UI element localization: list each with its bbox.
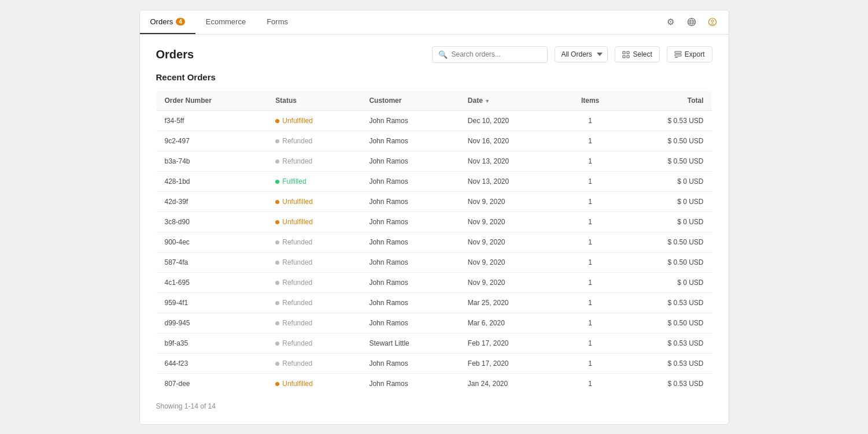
cell-customer: John Ramos: [361, 171, 459, 191]
svg-rect-9: [675, 57, 678, 58]
table-row[interactable]: 900-4ec Refunded John Ramos Nov 9, 2020 …: [156, 232, 712, 252]
table-row[interactable]: b9f-a35 Refunded Stewart Little Feb 17, …: [156, 333, 712, 353]
cell-order-number: 428-1bd: [156, 171, 267, 191]
cell-status: Unfulfilled: [267, 191, 361, 212]
cell-date: Jan 24, 2020: [460, 373, 560, 394]
tab-orders[interactable]: Orders 4: [140, 10, 195, 34]
cell-items: 1: [560, 191, 620, 212]
cell-total: $ 0.50 USD: [620, 131, 712, 151]
tab-ecommerce[interactable]: Ecommerce: [195, 10, 256, 34]
table-row[interactable]: 587-4fa Refunded John Ramos Nov 9, 2020 …: [156, 252, 712, 272]
cell-order-number: 9c2-497: [156, 131, 267, 151]
export-button-label: Export: [685, 50, 705, 58]
tab-icon-area: ⚙: [662, 13, 729, 31]
table-row[interactable]: 4c1-695 Refunded John Ramos Nov 9, 2020 …: [156, 272, 712, 292]
svg-rect-3: [623, 51, 625, 54]
col-items: Items: [560, 90, 620, 110]
cell-customer: John Ramos: [361, 131, 459, 151]
table-header-row: Order Number Status Customer Date ▼ Item…: [156, 90, 712, 110]
table-row[interactable]: 644-f23 Refunded John Ramos Feb 17, 2020…: [156, 353, 712, 373]
cell-order-number: b3a-74b: [156, 151, 267, 171]
cell-total: $ 0.53 USD: [620, 353, 712, 373]
cell-date: Nov 9, 2020: [460, 212, 560, 232]
svg-point-2: [711, 20, 714, 23]
cell-order-number: 587-4fa: [156, 252, 267, 272]
tab-forms[interactable]: Forms: [256, 10, 298, 34]
cell-total: $ 0.53 USD: [620, 110, 712, 131]
tab-forms-label: Forms: [267, 17, 288, 26]
cell-date: Nov 9, 2020: [460, 232, 560, 252]
cell-status: Refunded: [267, 252, 361, 272]
cell-total: $ 0 USD: [620, 212, 712, 232]
cell-order-number: 959-4f1: [156, 292, 267, 313]
search-box[interactable]: 🔍: [432, 46, 548, 63]
cell-date: Mar 25, 2020: [460, 292, 560, 313]
cell-customer: John Ramos: [361, 353, 459, 373]
table-row[interactable]: 42d-39f Unfulfilled John Ramos Nov 9, 20…: [156, 191, 712, 212]
content-area: Recent Orders Order Number Status Custom…: [140, 72, 729, 424]
export-button[interactable]: Export: [667, 46, 712, 62]
cell-status: Fulfilled: [267, 171, 361, 191]
cell-items: 1: [560, 110, 620, 131]
cell-status: Refunded: [267, 353, 361, 373]
cell-customer: John Ramos: [361, 232, 459, 252]
cell-customer: John Ramos: [361, 272, 459, 292]
cell-customer: John Ramos: [361, 212, 459, 232]
svg-rect-4: [627, 51, 629, 54]
page-header: Orders 🔍 All Orders Unfulfilled Fulfille…: [140, 35, 729, 72]
table-row[interactable]: 9c2-497 Refunded John Ramos Nov 16, 2020…: [156, 131, 712, 151]
cell-customer: John Ramos: [361, 252, 459, 272]
cell-items: 1: [560, 272, 620, 292]
cell-total: $ 0.50 USD: [620, 252, 712, 272]
cell-date: Nov 16, 2020: [460, 131, 560, 151]
cell-customer: John Ramos: [361, 292, 459, 313]
globe-icon-button[interactable]: [682, 13, 701, 31]
cell-status: Refunded: [267, 131, 361, 151]
cell-order-number: d99-945: [156, 313, 267, 333]
cell-total: $ 0.50 USD: [620, 232, 712, 252]
page-title: Orders: [156, 48, 426, 61]
search-input[interactable]: [451, 50, 541, 58]
tab-orders-label: Orders: [150, 17, 173, 26]
cell-customer: John Ramos: [361, 373, 459, 394]
table-row[interactable]: 3c8-d90 Unfulfilled John Ramos Nov 9, 20…: [156, 212, 712, 232]
tab-ecommerce-label: Ecommerce: [206, 17, 246, 26]
table-row[interactable]: f34-5ff Unfulfilled John Ramos Dec 10, 2…: [156, 110, 712, 131]
cell-status: Refunded: [267, 333, 361, 353]
cell-items: 1: [560, 252, 620, 272]
select-button[interactable]: Select: [615, 46, 659, 62]
col-date[interactable]: Date ▼: [460, 90, 560, 110]
user-circle-icon-button[interactable]: [703, 13, 722, 31]
cell-order-number: 4c1-695: [156, 272, 267, 292]
cell-date: Dec 10, 2020: [460, 110, 560, 131]
cell-total: $ 0 USD: [620, 191, 712, 212]
table-row[interactable]: b3a-74b Refunded John Ramos Nov 13, 2020…: [156, 151, 712, 171]
cell-customer: John Ramos: [361, 151, 459, 171]
cell-order-number: 900-4ec: [156, 232, 267, 252]
table-row[interactable]: 428-1bd Fulfilled John Ramos Nov 13, 202…: [156, 171, 712, 191]
cell-status: Unfulfilled: [267, 212, 361, 232]
cell-date: Nov 9, 2020: [460, 252, 560, 272]
export-icon: [674, 51, 682, 58]
cell-items: 1: [560, 292, 620, 313]
table-row[interactable]: 959-4f1 Refunded John Ramos Mar 25, 2020…: [156, 292, 712, 313]
cell-total: $ 0.53 USD: [620, 373, 712, 394]
orders-filter-select[interactable]: All Orders Unfulfilled Fulfilled Refunde…: [555, 46, 608, 62]
cell-date: Nov 13, 2020: [460, 171, 560, 191]
main-container: Orders 4 Ecommerce Forms ⚙: [139, 10, 729, 425]
orders-table: Order Number Status Customer Date ▼ Item…: [156, 90, 712, 394]
svg-rect-8: [675, 54, 681, 56]
cell-status: Refunded: [267, 151, 361, 171]
cell-date: Feb 17, 2020: [460, 333, 560, 353]
settings-icon-button[interactable]: ⚙: [662, 13, 680, 31]
col-order-number: Order Number: [156, 90, 267, 110]
cell-items: 1: [560, 171, 620, 191]
cell-total: $ 0.53 USD: [620, 292, 712, 313]
col-total: Total: [620, 90, 712, 110]
cell-order-number: 644-f23: [156, 353, 267, 373]
table-row[interactable]: d99-945 Refunded John Ramos Mar 6, 2020 …: [156, 313, 712, 333]
search-icon: 🔍: [438, 50, 448, 59]
table-row[interactable]: 807-dee Unfulfilled John Ramos Jan 24, 2…: [156, 373, 712, 394]
cell-items: 1: [560, 333, 620, 353]
cell-items: 1: [560, 313, 620, 333]
